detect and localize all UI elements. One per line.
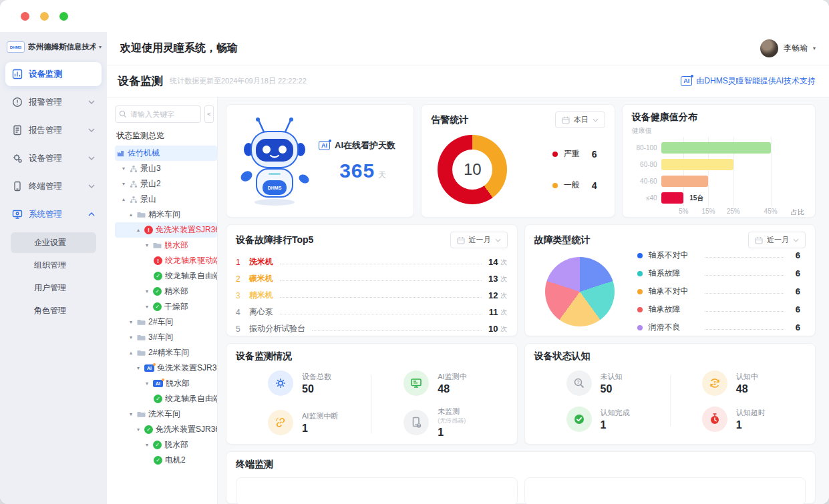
- caret-up-icon[interactable]: ▴: [128, 350, 134, 356]
- caret-up-icon[interactable]: ▴: [120, 196, 127, 202]
- ai-badge-icon: AI: [153, 380, 163, 387]
- zoom-window-button[interactable]: [59, 12, 68, 21]
- sidebar-item-device-mgmt[interactable]: 设备管理: [5, 146, 102, 170]
- ai-badge-icon: AI: [144, 364, 154, 372]
- fault-range-select[interactable]: 近一月: [748, 232, 806, 248]
- sidebar-subitem-role-mgmt[interactable]: 角色管理: [11, 300, 96, 321]
- sidebar-item-device-monitor[interactable]: 设备监测: [5, 62, 102, 86]
- collapse-panel-button[interactable]: <: [204, 105, 214, 123]
- dashboard: DHMS AI AI在线看护天数 365天: [218, 97, 829, 504]
- chevron-down-icon: [793, 238, 799, 242]
- dotted-leader: [280, 280, 482, 281]
- caret-down-icon[interactable]: ▾: [120, 166, 127, 172]
- caret-down-icon[interactable]: ▾: [144, 442, 150, 448]
- caret-down-icon[interactable]: ▾: [120, 181, 127, 187]
- caret-down-icon[interactable]: ▾: [144, 381, 150, 387]
- tree-node[interactable]: ▾洗米车间: [115, 407, 217, 422]
- check-icon: ✓: [154, 456, 162, 465]
- search-input[interactable]: [115, 105, 201, 123]
- legend-item: 轴承不对中6: [637, 286, 801, 297]
- tree-node[interactable]: ▴景山: [115, 192, 217, 207]
- tree-node[interactable]: ▾AI脱水部: [115, 376, 217, 391]
- chevron-down-icon: [88, 184, 95, 188]
- caret-down-icon[interactable]: ▾: [144, 288, 150, 294]
- close-window-button[interactable]: [21, 12, 29, 21]
- gear-icon: [268, 370, 293, 396]
- general-dot-icon: [552, 183, 558, 188]
- sidebar-subitem-org-mgmt[interactable]: 组织管理: [11, 255, 96, 276]
- tree-node[interactable]: ▾2#车间: [115, 314, 217, 330]
- tree-node[interactable]: ▾景山2: [115, 176, 217, 192]
- tree-node[interactable]: ✓电机2: [115, 453, 217, 468]
- tree-node[interactable]: !绞龙轴承驱动端: [115, 253, 217, 268]
- tree-overview-link[interactable]: 状态监测总览: [116, 130, 217, 142]
- chevron-down-icon: [88, 128, 95, 132]
- caret-down-icon[interactable]: ▾: [135, 427, 142, 433]
- main-area: 欢迎使用灵瞳系统，畅瑜 李畅瑜 ▾ 设备监测 统计数据更新至2024年09月18…: [107, 32, 829, 504]
- tree-node[interactable]: 佐竹机械: [115, 146, 217, 161]
- caret-up-icon[interactable]: ▴: [128, 212, 134, 218]
- top5-row: 5振动分析试验台10次: [236, 320, 508, 337]
- top5-range-select[interactable]: 近一月: [450, 232, 508, 248]
- dotted-leader: [705, 311, 785, 312]
- sidebar-subitem-user-mgmt[interactable]: 用户管理: [11, 278, 96, 298]
- caret-down-icon: ▾: [99, 44, 102, 50]
- caret-down-icon[interactable]: ▾: [128, 319, 134, 325]
- top5-list: 1洗米机14次 2碾米机13次 3精米机12次 4离心泵11次 5振动分析试验台…: [236, 254, 508, 337]
- alarm-total: 10: [438, 135, 507, 204]
- dotted-leader: [705, 275, 785, 276]
- caret-down-icon[interactable]: ▾: [128, 411, 134, 417]
- caret-down-icon[interactable]: ▾: [128, 334, 134, 340]
- tree-node[interactable]: ▾3#车间: [115, 330, 217, 345]
- stat-uncognized: ? 未认知50: [534, 370, 670, 396]
- caret-down-icon[interactable]: ▾: [144, 242, 150, 248]
- caret-up-icon[interactable]: ▴: [135, 227, 142, 233]
- company-switcher[interactable]: DHMS 苏州德姆斯信息技术有... ▾: [0, 35, 107, 62]
- sidebar-item-label: 报警管理: [29, 97, 62, 108]
- tree-node[interactable]: ▴2#精米车间: [115, 345, 217, 360]
- user-menu[interactable]: 李畅瑜 ▾: [760, 39, 816, 57]
- caret-down-icon[interactable]: ▾: [135, 365, 142, 371]
- alarm-stats-card: 告警统计 本日 10: [421, 104, 615, 218]
- spark-icon: [691, 75, 693, 77]
- alarm-range-select[interactable]: 本日: [555, 111, 605, 128]
- sidebar-subitem-enterprise-settings[interactable]: 企业设置: [11, 232, 96, 253]
- sidebar-item-system-mgmt[interactable]: 系统管理: [5, 202, 102, 226]
- sitemap-icon: [130, 165, 138, 173]
- alert-icon: !: [144, 226, 153, 234]
- sidebar-item-terminal-mgmt[interactable]: 终端管理: [5, 174, 102, 198]
- range-value: 近一月: [767, 235, 789, 245]
- stat-not-monitored: ? 未监测(无传感器)1: [371, 407, 507, 439]
- sidebar-item-label: 报告管理: [29, 125, 62, 136]
- tree-node[interactable]: ▾AI免洗米装置SJR36A: [115, 360, 217, 376]
- card-title: 设备监测情况: [236, 350, 292, 362]
- report-icon: [12, 125, 23, 136]
- folder-icon: [137, 348, 146, 357]
- caret-down-icon[interactable]: ▾: [144, 304, 150, 310]
- stat-ai-monitoring: AI监测中48: [371, 370, 507, 396]
- tree-node[interactable]: ▾✓免洗米装置SJR36A: [115, 422, 217, 437]
- tree-node[interactable]: ▴!免洗米装置SJR36A: [115, 222, 217, 238]
- tree-node[interactable]: ▾✓脱水部: [115, 437, 217, 453]
- check-icon: ✓: [144, 425, 153, 434]
- sidebar-item-report-mgmt[interactable]: 报告管理: [5, 118, 102, 142]
- tree-node[interactable]: ▾✓精米部: [115, 284, 217, 299]
- ai-support-link[interactable]: AI 由DHMS灵瞳智能提供AI技术支持: [681, 75, 816, 87]
- ai-guard-card: DHMS AI AI在线看护天数 365天: [226, 104, 414, 218]
- check-badge-icon: [566, 407, 592, 432]
- device-tree-panel: < 状态监测总览 佐竹机械 ▾景山3 ▾景山2 ▴景山 ▴精米车间 ▴!免洗米装…: [107, 97, 218, 504]
- tree-node[interactable]: ✓绞龙轴承自由端: [115, 268, 217, 284]
- user-avatar: [760, 39, 778, 57]
- tree-node[interactable]: ▾景山3: [115, 161, 217, 176]
- tree-node[interactable]: ▾脱水部: [115, 238, 217, 253]
- tree-node[interactable]: ✓绞龙轴承自由端: [115, 391, 217, 407]
- sidebar-item-alarm-mgmt[interactable]: 报警管理: [5, 90, 102, 114]
- content: 设备监测 统计数据更新至2024年09月18日 22:22:22 AI 由DHM…: [107, 65, 829, 504]
- tree-node[interactable]: ▾✓干燥部: [115, 299, 217, 314]
- minimize-window-button[interactable]: [40, 12, 49, 21]
- tree-node[interactable]: ▴精米车间: [115, 207, 217, 222]
- legend-item: 一般4: [552, 180, 597, 191]
- stat-cognizing: 认知中48: [670, 370, 806, 396]
- device-question-icon: ?: [403, 410, 429, 435]
- terminal-monitor-card: 终端监测: [226, 451, 816, 504]
